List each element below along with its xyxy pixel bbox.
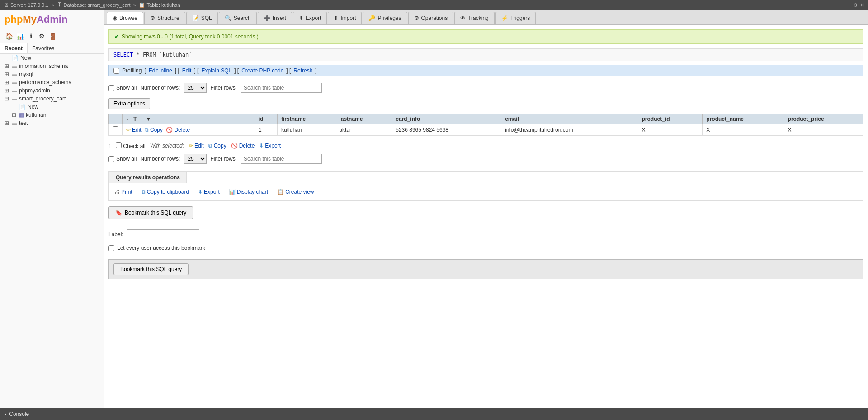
collapse-icon[interactable]: ▼ [146,116,151,122]
create-view-btn[interactable]: 📋 Create view [277,189,314,195]
delete-row-link[interactable]: 🚫 Delete [166,127,190,133]
import-icon: ⬆ [334,15,338,21]
console-label[interactable]: Console [9,411,29,417]
tab-import[interactable]: ⬆ Import [328,12,362,24]
query-results-tab[interactable]: Query results operations [109,172,187,183]
operations-icon: ⚙ [414,15,419,21]
row-actions-bar: ↑ Check all With selected: ✏ Edit ⧉ Copy… [108,139,863,152]
copy-selected-icon: ⧉ [208,143,212,149]
row-count-select[interactable]: 25 50 100 250 [184,83,207,93]
extra-options-button[interactable]: Extra options [108,98,150,109]
info-icon[interactable]: ℹ [26,32,35,41]
search-input-top[interactable] [241,83,322,93]
sort-icon[interactable]: T [133,116,137,122]
export-results-btn[interactable]: ⬇ Export [198,189,220,195]
create-php-link[interactable]: Create PHP code [241,67,283,74]
cell-id: 1 [255,124,278,136]
tab-insert[interactable]: ➕ Insert [258,12,292,24]
edit-selected-btn[interactable]: ✏ Edit [189,143,204,149]
th-email[interactable]: email [501,114,638,124]
tab-sql[interactable]: 📝 SQL [186,12,218,24]
filter-rows-label-bottom: Filter rows: [210,156,237,162]
tree-item-performance-schema[interactable]: ⊞ ▬ performance_schema [0,78,104,86]
show-all-checkbox[interactable] [108,85,114,91]
profiling-checkbox[interactable] [113,68,119,74]
table-label: Table: kutluhan [147,2,180,8]
show-all-label-bottom[interactable]: Show all [108,156,137,162]
tab-tracking[interactable]: 👁 Tracking [454,12,495,24]
db-icon: ▬ [12,71,17,77]
th-card-info[interactable]: card_info [392,114,501,124]
settings-icon[interactable]: ⚙ [853,2,858,8]
show-all-label[interactable]: Show all [108,85,137,91]
show-all-checkbox-bottom[interactable] [108,156,114,162]
browse-icon: ◉ [113,15,117,21]
tab-triggers[interactable]: ⚡ Triggers [495,12,536,24]
print-btn[interactable]: 🖨 Print [114,189,132,195]
delete-icon: 🚫 [166,127,173,133]
view-icon: 📋 [277,189,284,195]
home-icon[interactable]: 🏠 [5,32,14,41]
db-icon: ▬ [12,120,17,126]
refresh-icon[interactable]: 📊 [15,32,24,41]
tree-item-test[interactable]: ⊞ ▬ test [0,119,104,127]
sql-display: SELECT * FROM `kutluhan` [108,48,863,61]
tab-structure[interactable]: ⚙ Structure [144,12,185,24]
explain-sql-link[interactable]: Explain SQL [201,67,231,74]
recent-tab[interactable]: Recent [0,43,28,53]
copy-clipboard-btn[interactable]: ⧉ Copy to clipboard [142,189,189,195]
bookmark-public-checkbox[interactable] [108,245,114,251]
th-firstname[interactable]: firstname [278,114,335,124]
th-product-name[interactable]: product_name [703,114,784,124]
bookmark-checkbox-row: Let every user access this bookmark [108,245,863,251]
tree-item-mysql[interactable]: ⊞ ▬ mysql [0,70,104,78]
edit-inline-link[interactable]: Edit inline [149,67,172,74]
display-chart-btn[interactable]: 📊 Display chart [229,189,268,195]
arrow-left-icon[interactable]: ← [126,116,132,122]
delete-selected-btn[interactable]: 🚫 Delete [231,143,255,149]
export-selected-btn[interactable]: ⬇ Export [259,143,281,149]
tab-privileges[interactable]: 🔑 Privileges [363,12,407,24]
arrow-right-icon[interactable]: → [138,116,144,122]
db-icon: ▬ [12,79,17,86]
tab-browse[interactable]: ◉ Browse [107,12,143,24]
edit-link[interactable]: Edit [182,67,192,74]
delete-selected-icon: 🚫 [231,143,238,149]
row-count-select-bottom[interactable]: 25 50 100 250 [184,154,207,164]
content-area: ◉ Browse ⚙ Structure 📝 SQL 🔍 Search ➕ In… [104,10,868,408]
row-checkbox[interactable] [113,126,118,132]
tree-item-kutluhan[interactable]: ⊞ ▦ kutluhan [7,111,104,119]
table-controls-bottom: Show all Number of rows: 25 50 100 250 F… [108,152,863,166]
th-product-price[interactable]: product_price [784,114,863,124]
tab-export[interactable]: ⬇ Export [293,12,327,24]
favorites-tab[interactable]: Favorites [28,43,59,53]
tree-item-information-schema[interactable]: ⊞ ▬ information_schema [0,62,104,70]
search-input-bottom[interactable] [241,154,322,164]
edit-row-link[interactable]: ✏ Edit [126,127,142,133]
tree-item-new-root[interactable]: 📄 New [0,54,104,62]
th-product-id[interactable]: product_id [638,114,703,124]
check-all-checkbox[interactable] [116,142,122,148]
tree-item-phpmyadmin[interactable]: ⊞ ▬ phpmyadmin [0,86,104,95]
print-icon: 🖨 [114,189,120,195]
th-lastname[interactable]: lastname [335,114,392,124]
bookmark-submit-btn[interactable]: Bookmark this SQL query [113,263,189,275]
settings-icon[interactable]: ⚙ [37,32,46,41]
refresh-link[interactable]: Refresh [293,67,312,74]
check-all-label[interactable]: Check all [116,142,146,149]
tab-operations[interactable]: ⚙ Operations [408,12,454,24]
bookmark-label-input[interactable] [127,229,199,239]
bookmark-sql-btn[interactable]: 🔖 Bookmark this SQL query [108,206,193,219]
copy-selected-btn[interactable]: ⧉ Copy [208,143,226,149]
data-table: ← T → ▼ id firstname lastname card_info … [108,114,863,136]
tree-item-smart-grocery-cart[interactable]: ⊟ ▬ smart_grocery_cart [0,95,104,103]
tab-search[interactable]: 🔍 Search [219,12,257,24]
cell-email: info@theamplituhedron.com [501,124,638,136]
tree-item-new-sub[interactable]: 📄 New [7,103,104,111]
exit-icon[interactable]: 🚪 [48,32,57,41]
close-icon[interactable]: ✕ [860,2,864,8]
th-id[interactable]: id [255,114,278,124]
copy-row-link[interactable]: ⧉ Copy [145,127,163,133]
copy-clipboard-icon: ⧉ [142,189,146,195]
success-banner: ✔ Showing rows 0 - 0 (1 total, Query too… [108,29,863,44]
